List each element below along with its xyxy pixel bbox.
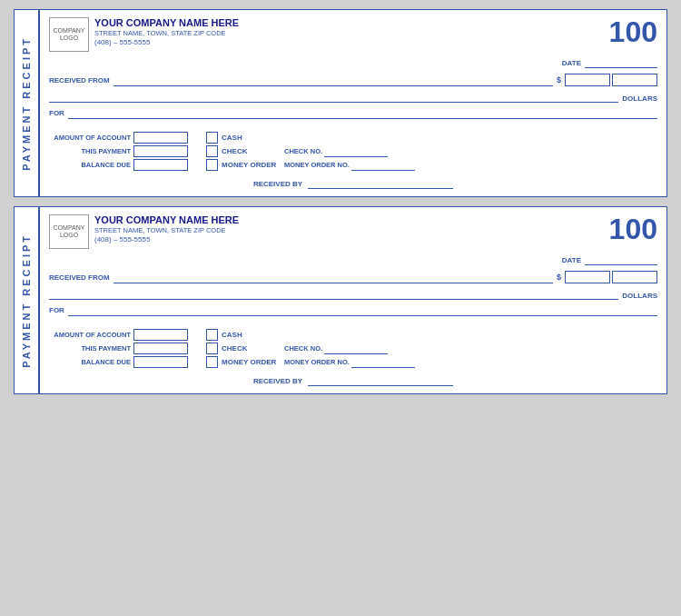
company-details-1: YOUR COMPANY NAME HERE STREET NAME, TOWN…	[94, 17, 239, 46]
check-no-field-1[interactable]	[324, 146, 388, 157]
received-by-row-1: RECEIVED BY	[49, 178, 657, 189]
amount-of-account-row-2: AMOUNT OF ACCOUNT	[49, 329, 188, 341]
amount-box-2b[interactable]	[612, 271, 657, 283]
date-row-1: DATE	[49, 57, 657, 68]
receipt-body-1: COMPANY LOGO YOUR COMPANY NAME HERE STRE…	[40, 10, 666, 196]
cash-row-1: CASH	[206, 132, 415, 144]
company-details-2: YOUR COMPANY NAME HERE STREET NAME, TOWN…	[94, 214, 239, 243]
date-label-2: DATE	[562, 256, 581, 264]
check-label-1: CHECK	[222, 147, 281, 155]
cash-checkbox-1[interactable]	[206, 132, 218, 144]
this-payment-field-1[interactable]	[133, 145, 188, 157]
amount-box-1a[interactable]	[565, 74, 610, 86]
this-payment-row-2: THIS PAYMENT	[49, 343, 188, 354]
logo-info-1: COMPANY LOGO YOUR COMPANY NAME HERE STRE…	[49, 17, 239, 52]
amount-of-account-label-2: AMOUNT OF ACCOUNT	[49, 331, 131, 339]
money-order-no-section-2: MONEY ORDER NO.	[284, 357, 415, 368]
money-order-label-2: MONEY ORDER	[222, 358, 281, 366]
bottom-section-2: AMOUNT OF ACCOUNT THIS PAYMENT BALANCE D…	[49, 329, 657, 368]
amount-of-account-field-2[interactable]	[133, 329, 188, 341]
check-no-section-2: CHECK NO.	[284, 343, 388, 354]
this-payment-field-2[interactable]	[133, 343, 188, 354]
payment-methods-1: CASH CHECK CHECK NO. MONEY ORDER MONEY O…	[206, 132, 415, 171]
check-label-2: CHECK	[222, 344, 281, 353]
for-label-1: FOR	[49, 109, 64, 117]
money-order-no-field-1[interactable]	[351, 160, 415, 171]
company-logo-1: COMPANY LOGO	[49, 17, 89, 52]
for-field-2[interactable]	[68, 303, 657, 316]
amount-boxes-1	[565, 74, 657, 86]
header-row-2: COMPANY LOGO YOUR COMPANY NAME HERE STRE…	[49, 214, 657, 249]
cash-checkbox-2[interactable]	[206, 329, 218, 341]
for-field-1[interactable]	[68, 106, 657, 119]
check-no-label-1: CHECK NO.	[284, 147, 322, 155]
amount-of-account-row-1: AMOUNT OF ACCOUNT	[49, 132, 188, 144]
amount-box-2a[interactable]	[565, 271, 610, 283]
check-no-field-2[interactable]	[324, 343, 388, 354]
received-from-row-2: RECEIVED FROM $	[49, 271, 657, 283]
received-from-field-2[interactable]	[114, 271, 553, 283]
company-address-2: STREET NAME, TOWN, STATE ZIP CODE	[94, 226, 239, 234]
amount-of-account-field-1[interactable]	[133, 132, 188, 144]
cash-row-2: CASH	[206, 329, 415, 341]
logo-info-2: COMPANY LOGO YOUR COMPANY NAME HERE STRE…	[49, 214, 239, 249]
money-order-checkbox-2[interactable]	[206, 356, 218, 368]
amounts-table-2: AMOUNT OF ACCOUNT THIS PAYMENT BALANCE D…	[49, 329, 188, 368]
receipt-number-2: 100	[609, 214, 657, 243]
amount-boxes-2	[565, 271, 657, 283]
this-payment-row-1: THIS PAYMENT	[49, 145, 188, 157]
date-field-1[interactable]	[585, 57, 657, 68]
date-field-2[interactable]	[585, 254, 657, 265]
this-payment-label-1: THIS PAYMENT	[49, 147, 131, 155]
received-from-row-1: RECEIVED FROM $	[49, 74, 657, 86]
dollars-row-1: DOLLARS	[49, 90, 657, 103]
check-checkbox-1[interactable]	[206, 145, 218, 157]
company-phone-1: (408) – 555-5555	[94, 38, 239, 46]
received-by-field-2[interactable]	[308, 375, 453, 386]
this-payment-label-2: THIS PAYMENT	[49, 344, 131, 353]
dollars-row-2: DOLLARS	[49, 287, 657, 300]
company-logo-2: COMPANY LOGO	[49, 214, 89, 249]
dollar-sign-2: $	[557, 273, 561, 282]
dollars-line-1[interactable]	[49, 90, 618, 103]
received-by-label-1: RECEIVED BY	[253, 180, 302, 188]
money-order-checkbox-1[interactable]	[206, 159, 218, 171]
balance-due-field-2[interactable]	[133, 356, 188, 368]
payment-methods-2: CASH CHECK CHECK NO. MONEY ORDER MONEY O…	[206, 329, 415, 368]
company-phone-2: (408) – 555-5555	[94, 235, 239, 243]
receipt-number-1: 100	[609, 17, 657, 46]
received-from-field-1[interactable]	[114, 74, 553, 86]
for-label-2: FOR	[49, 306, 64, 314]
check-checkbox-2[interactable]	[206, 343, 218, 354]
cash-label-1: CASH	[222, 134, 281, 142]
bottom-section-1: AMOUNT OF ACCOUNT THIS PAYMENT BALANCE D…	[49, 132, 657, 171]
balance-due-row-2: BALANCE DUE	[49, 356, 188, 368]
amount-box-1b[interactable]	[612, 74, 657, 86]
balance-due-label-1: BALANCE DUE	[49, 161, 131, 169]
received-by-label-2: RECEIVED BY	[253, 377, 302, 385]
money-order-no-label-2: MONEY ORDER NO.	[284, 358, 350, 366]
balance-due-field-1[interactable]	[133, 159, 188, 171]
dollar-sign-1: $	[557, 75, 561, 84]
money-order-label-1: MONEY ORDER	[222, 161, 281, 169]
amount-of-account-label-1: AMOUNT OF ACCOUNT	[49, 134, 131, 142]
check-row-2: CHECK CHECK NO.	[206, 343, 415, 354]
money-order-no-field-2[interactable]	[351, 357, 415, 368]
company-address-1: STREET NAME, TOWN, STATE ZIP CODE	[94, 29, 239, 37]
received-from-label-1: RECEIVED FROM	[49, 76, 110, 84]
received-by-row-2: RECEIVED BY	[49, 375, 657, 386]
receipt-body-2: COMPANY LOGO YOUR COMPANY NAME HERE STRE…	[40, 207, 666, 393]
cash-label-2: CASH	[222, 331, 281, 339]
header-row-1: COMPANY LOGO YOUR COMPANY NAME HERE STRE…	[49, 17, 657, 52]
check-no-section-1: CHECK NO.	[284, 146, 388, 157]
balance-due-label-2: BALANCE DUE	[49, 358, 131, 366]
check-no-label-2: CHECK NO.	[284, 344, 322, 353]
check-row-1: CHECK CHECK NO.	[206, 145, 415, 157]
for-row-1: FOR	[49, 106, 657, 119]
dollars-line-2[interactable]	[49, 287, 618, 300]
received-by-field-1[interactable]	[308, 178, 453, 189]
date-row-2: DATE	[49, 254, 657, 265]
money-order-row-1: MONEY ORDER MONEY ORDER NO.	[206, 159, 415, 171]
side-label-2: PAYMENT RECEIPT	[15, 207, 40, 393]
money-order-row-2: MONEY ORDER MONEY ORDER NO.	[206, 356, 415, 368]
